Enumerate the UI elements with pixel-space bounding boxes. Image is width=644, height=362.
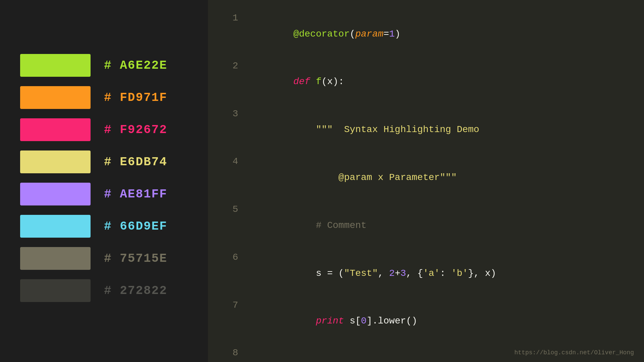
swatch-label-orange: # FD971F (104, 91, 167, 105)
swatch-row-2: # FD971F (20, 86, 188, 109)
code-line-6: 6 s = ("Test", 2+3, {'a': 'b'}, x) (221, 249, 631, 297)
code-line-2: 2 def f(x): (221, 58, 631, 106)
swatch-row-1: # A6E22E (20, 54, 188, 77)
swatch-label-pink: # F92672 (104, 123, 167, 137)
swatch-label-gray: # 75715E (104, 252, 167, 265)
line-num-4: 4 (221, 154, 238, 170)
swatch-dark (20, 279, 91, 302)
code-line-7: 7 print s[0].lower() (221, 297, 631, 345)
line-content-7: print s[0].lower() (248, 297, 631, 345)
code-line-3: 3 """ Syntax Highlighting Demo (221, 106, 631, 154)
line-content-3: """ Syntax Highlighting Demo (248, 106, 631, 154)
line-content-2: def f(x): (248, 58, 631, 106)
swatch-label-yellow: # E6DB74 (104, 155, 167, 169)
swatch-row-4: # E6DB74 (20, 150, 188, 173)
swatch-label-green: # A6E22E (104, 59, 167, 72)
line-num-6: 6 (221, 249, 238, 265)
swatch-label-cyan: # 66D9EF (104, 220, 167, 233)
url-credit: https://blog.csdn.net/Oliver_Hong (515, 349, 634, 356)
swatch-yellow (20, 150, 91, 173)
swatch-row-6: # 66D9EF (20, 215, 188, 238)
code-line-1: 1 @decorator(param=1) (221, 10, 631, 58)
swatch-orange (20, 86, 91, 109)
line-content-6: s = ("Test", 2+3, {'a': 'b'}, x) (248, 249, 631, 297)
right-panel: 1 @decorator(param=1) 2 def f(x): 3 """ … (208, 0, 644, 362)
swatch-label-dark: # 272822 (104, 284, 167, 298)
line-content-1: @decorator(param=1) (248, 10, 631, 58)
swatch-pink (20, 118, 91, 141)
swatch-row-5: # AE81FF (20, 183, 188, 205)
line-num-7: 7 (221, 297, 238, 313)
swatch-cyan (20, 215, 91, 238)
line-content-4: @param x Parameter""" (248, 154, 631, 201)
swatch-row-8: # 272822 (20, 279, 188, 302)
swatch-purple (20, 183, 91, 205)
swatch-green (20, 54, 91, 77)
swatch-gray (20, 247, 91, 270)
code-block: 1 @decorator(param=1) 2 def f(x): 3 """ … (221, 10, 631, 362)
swatch-row-7: # 75715E (20, 247, 188, 270)
swatch-row-3: # F92672 (20, 118, 188, 141)
left-panel: # A6E22E # FD971F # F92672 # E6DB74 # AE… (0, 0, 208, 362)
line-num-2: 2 (221, 58, 238, 74)
code-line-5: 5 # Comment (221, 201, 631, 249)
line-content-5: # Comment (248, 201, 631, 249)
swatch-label-purple: # AE81FF (104, 187, 167, 201)
line-num-8: 8 (221, 345, 238, 361)
line-num-1: 1 (221, 10, 238, 26)
line-num-3: 3 (221, 106, 238, 122)
line-num-5: 5 (221, 201, 238, 218)
code-line-4: 4 @param x Parameter""" (221, 154, 631, 201)
